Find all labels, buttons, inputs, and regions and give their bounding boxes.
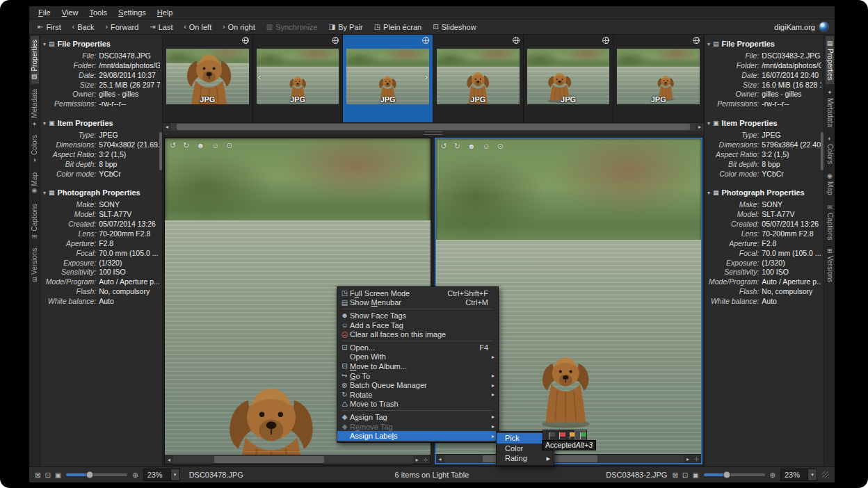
play-icon[interactable]: ⊙ <box>497 142 504 151</box>
scroll-right-icon[interactable]: ▸ <box>696 123 704 131</box>
sidebar-tab[interactable]: ▤Properties <box>31 36 39 84</box>
context-menu-item[interactable]: ◆ Assign Tag ▸ <box>337 412 498 422</box>
rotate-right-icon[interactable]: ↻ <box>454 142 460 151</box>
menu-bar-item[interactable]: File <box>33 8 56 17</box>
toolbar-button[interactable]: ⇤First <box>32 22 67 32</box>
context-menu-item[interactable]: ☺ Add a Face Tag <box>337 320 498 330</box>
section-header[interactable]: ▾▤File Properties <box>42 39 160 49</box>
left-zoom-slider[interactable] <box>66 473 127 476</box>
section-header[interactable]: ▾▣Item Properties <box>706 118 821 128</box>
thumbnail-item[interactable]: JPG <box>163 35 253 122</box>
toolbar-button[interactable]: ▥Synchronize <box>261 22 323 32</box>
toolbar-button[interactable]: ◳Plein écran <box>369 22 428 32</box>
scroll-left-icon[interactable]: ◂ <box>436 455 444 463</box>
context-menu-item[interactable]: ▤ Show Menubar Ctrl+M <box>337 298 498 308</box>
rejected-flag-icon[interactable] <box>554 431 565 440</box>
context-menu-item[interactable]: ♺ Move to Trash <box>337 400 498 409</box>
right-zoom-combo[interactable]: 23%▾ <box>780 469 817 481</box>
section-header[interactable]: ▾▦Photograph Properties <box>706 188 821 197</box>
preview-hscrollbar[interactable]: ◂ ▸ ⊹ <box>436 454 702 463</box>
menu-bar-item[interactable]: Settings <box>113 8 151 17</box>
scrollbar-track[interactable] <box>171 123 696 131</box>
play-icon[interactable]: ⊙ <box>226 141 232 150</box>
context-menu-item[interactable] <box>342 410 493 411</box>
context-menu-item[interactable]: ◳ Full Screen Mode Ctrl+Shift+F <box>337 288 498 298</box>
resize-grip[interactable] <box>822 471 829 478</box>
rotate-left-icon[interactable]: ↺ <box>441 142 447 151</box>
context-menu-item[interactable]: ☹ Clear all faces on this image <box>337 330 498 339</box>
context-menu-item[interactable]: ⊡ Open... F4 <box>337 343 498 352</box>
dropdown-caret-icon[interactable]: ▾ <box>170 469 179 480</box>
scroll-left-icon[interactable]: ◂ <box>165 456 173 464</box>
pan-corner-icon[interactable]: ⊹ <box>421 457 431 463</box>
thumbnail-item[interactable]: JPG ‹ <box>253 35 344 122</box>
panel-scrollbar[interactable] <box>821 132 823 170</box>
toolbar-button[interactable]: ‹Back <box>67 22 100 32</box>
scroll-right-icon[interactable]: ▸ <box>684 455 692 463</box>
menu-bar-item[interactable]: Help <box>152 8 178 17</box>
slider-knob[interactable] <box>86 471 93 479</box>
toolbar-button[interactable]: ⊡Slideshow <box>427 22 482 32</box>
right-zoom-slider[interactable] <box>704 473 765 476</box>
zoom-selection-icon[interactable]: ⊠ <box>35 471 40 479</box>
context-menu-item[interactable]: ◆ Remove Tag ▸ <box>337 422 498 432</box>
sidebar-tab[interactable]: ✦Metadata <box>31 86 39 131</box>
thumbnail-item[interactable]: JPG <box>613 35 704 122</box>
toolbar-button[interactable]: ‹On left <box>178 22 217 32</box>
sidebar-tab[interactable]: ◉Map <box>31 169 39 198</box>
add-face-tag-icon[interactable]: ☺ <box>211 141 219 150</box>
sidebar-tab[interactable]: ▤Properties <box>826 36 834 84</box>
pan-corner-icon[interactable]: ⊹ <box>692 456 701 462</box>
digikam-org-link[interactable]: digiKam.org <box>774 22 832 32</box>
context-menu-item[interactable]: Open With ▸ <box>337 352 498 362</box>
dropdown-caret-icon[interactable]: ▾ <box>807 469 817 480</box>
context-menu-item[interactable]: ⚙ Batch Queue Manager ▸ <box>337 380 498 390</box>
zoom-100-icon[interactable]: ▣ <box>55 471 61 479</box>
sidebar-tab[interactable]: ⊞Versions <box>826 245 834 286</box>
context-menu-item[interactable]: ↻ Rotate ▸ <box>337 390 498 400</box>
show-face-tags-icon[interactable]: ☻ <box>196 141 204 150</box>
toolbar-button[interactable]: ◨By Pair <box>323 22 369 32</box>
pending-flag-icon[interactable] <box>565 431 575 440</box>
accepted-flag-icon[interactable] <box>575 431 586 440</box>
context-menu-item[interactable] <box>342 309 493 309</box>
sidebar-tab[interactable]: ✉Captions <box>31 200 39 243</box>
fit-window-icon[interactable]: ⊡ <box>682 471 688 479</box>
rotate-left-icon[interactable]: ↺ <box>170 141 176 150</box>
sidebar-tab[interactable]: ◐Colors <box>826 131 834 168</box>
zoom-100-icon[interactable]: ▣ <box>692 471 698 479</box>
sidebar-tab[interactable]: ✉Captions <box>826 200 834 243</box>
menu-bar-item[interactable]: Tools <box>84 8 112 17</box>
splitter-handle[interactable] <box>163 131 704 136</box>
sidebar-tab[interactable]: ◉Map <box>826 169 834 198</box>
scrollbar-thumb[interactable] <box>214 456 324 463</box>
scroll-right-icon[interactable]: ▸ <box>413 456 421 464</box>
sidebar-tab[interactable]: ⊞Versions <box>31 245 39 286</box>
context-menu-item[interactable]: ☻ Show Face Tags <box>337 311 498 320</box>
thumbbar-scrollbar[interactable]: ◂ ▸ <box>163 122 704 131</box>
toolbar-button[interactable]: ›Forward <box>100 22 145 32</box>
context-menu-item[interactable]: ⊟ Move to Album... <box>337 361 498 371</box>
zoom-selection-icon[interactable]: ⊠ <box>672 471 677 479</box>
panel-scrollbar[interactable] <box>159 132 162 170</box>
submenu-item[interactable]: Rating ▸ <box>497 453 554 464</box>
context-menu-item[interactable]: ↪ Go To ▸ <box>337 371 498 381</box>
context-menu-item[interactable] <box>342 341 493 341</box>
slider-knob[interactable] <box>723 471 731 479</box>
scroll-left-icon[interactable]: ◂ <box>163 123 171 131</box>
section-header[interactable]: ▾▣Item Properties <box>42 118 160 128</box>
fit-zoom-icon[interactable]: ⊕ <box>132 471 138 479</box>
toolbar-button[interactable]: ›On right <box>217 22 260 32</box>
scrollbar-track[interactable] <box>444 455 684 463</box>
toolbar-button[interactable]: ⇥Last <box>144 22 178 32</box>
scrollbar-thumb[interactable] <box>177 124 691 130</box>
no-pick-flag-icon[interactable] <box>544 431 554 440</box>
context-menu-item[interactable]: Assign Labels ▸ <box>337 431 498 441</box>
fit-window-icon[interactable]: ⊡ <box>45 471 50 479</box>
menu-bar-item[interactable]: View <box>57 8 83 17</box>
rotate-right-icon[interactable]: ↻ <box>183 141 189 150</box>
sidebar-tab[interactable]: ✦Metadata <box>826 86 834 131</box>
thumb-nav-right-icon[interactable]: › <box>425 72 428 82</box>
thumbnail-item[interactable]: JPG <box>524 35 614 122</box>
sidebar-tab[interactable]: ◐Colors <box>31 131 39 168</box>
